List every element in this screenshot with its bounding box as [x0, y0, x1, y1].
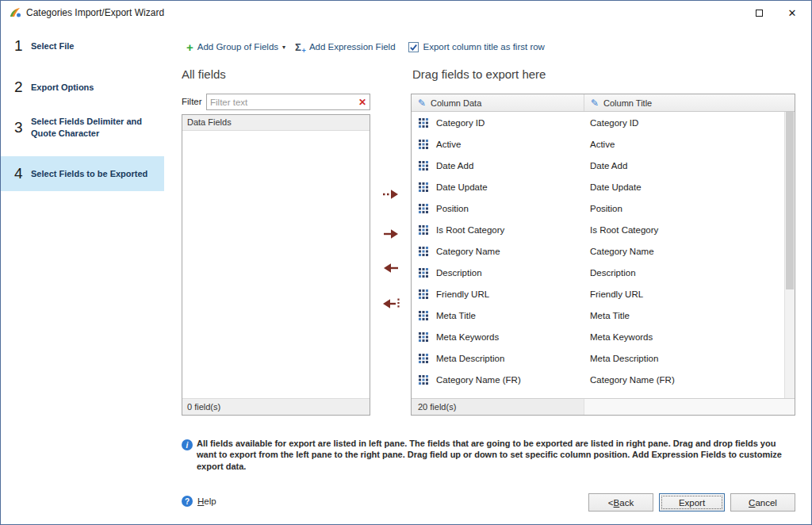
help-link[interactable]: ? Help — [182, 496, 216, 507]
help-label: Help — [197, 496, 216, 506]
move-all-left-button[interactable] — [379, 294, 403, 313]
field-title-cell: Date Add — [584, 161, 784, 171]
table-row[interactable]: Category Name Category Name — [412, 240, 784, 262]
field-icon — [419, 354, 421, 356]
table-row[interactable]: Meta Keywords Meta Keywords — [412, 326, 784, 347]
wizard-step-export-options[interactable]: 2 Export Options — [1, 74, 164, 101]
table-row[interactable]: Category ID Category ID — [412, 112, 784, 133]
field-icon — [419, 204, 421, 206]
field-icon — [419, 332, 421, 335]
move-right-button[interactable] — [379, 224, 403, 243]
table-row[interactable]: Meta Description Meta Description — [412, 347, 784, 369]
field-data-cell: Description — [436, 268, 482, 278]
all-fields-list: Data Fields 0 field(s) — [182, 114, 370, 416]
right-pane-count: 20 field(s) — [412, 399, 584, 415]
field-icon — [419, 268, 421, 270]
field-data-cell: Category Name (FR) — [436, 375, 521, 385]
wizard-step-delimiter[interactable]: 3 Select Fields Delimiter and Quote Char… — [1, 109, 164, 147]
field-data-cell: Category ID — [436, 118, 485, 128]
filter-label: Filter — [182, 94, 202, 110]
field-icon — [419, 225, 421, 228]
data-fields-group-header: Data Fields — [182, 115, 370, 131]
filter-input[interactable] — [207, 94, 355, 109]
maximize-icon — [756, 10, 763, 17]
move-all-right-button[interactable] — [379, 185, 403, 204]
grid-rows: Category ID Category ID Active Active Da… — [412, 112, 784, 398]
move-left-button[interactable] — [379, 259, 403, 278]
step-number: 2 — [14, 79, 25, 96]
grid-header: ✎ Column Data ✎ Column Title — [412, 94, 795, 112]
field-title-cell: Is Root Category — [584, 225, 784, 235]
table-row[interactable]: Friendly URL Friendly URL — [412, 283, 784, 305]
field-title-cell: Position — [584, 204, 784, 213]
field-data-cell: Meta Keywords — [436, 332, 499, 342]
field-data-cell: Category Name — [436, 247, 500, 256]
export-column-title-checkbox[interactable]: Export column title as first row — [408, 42, 545, 52]
back-button[interactable]: < Back — [588, 493, 653, 512]
step-label: Select File — [31, 40, 74, 52]
info-icon: i — [182, 439, 193, 450]
field-data-cell: Date Update — [436, 182, 488, 192]
close-icon: ✕ — [788, 7, 797, 19]
step-label: Select Fields Delimiter and Quote Charac… — [31, 116, 159, 140]
field-title-cell: Friendly URL — [584, 289, 784, 299]
clear-filter-icon[interactable]: ✕ — [355, 97, 370, 108]
vertical-scrollbar[interactable] — [784, 112, 795, 398]
field-icon — [419, 182, 421, 185]
field-data-cell: Is Root Category — [436, 225, 504, 235]
column-header-column-data[interactable]: ✎ Column Data — [412, 94, 584, 111]
add-group-of-fields-button[interactable]: + Add Group of Fields ▾ — [182, 39, 290, 56]
field-data-cell: Meta Description — [436, 354, 504, 363]
field-icon — [419, 375, 421, 377]
close-button[interactable]: ✕ — [778, 1, 806, 25]
table-row[interactable]: Is Root Category Is Root Category — [412, 219, 784, 240]
window-title: Categories Import/Export Wizard — [26, 7, 164, 18]
step-number: 4 — [14, 165, 25, 182]
field-title-cell: Meta Title — [584, 311, 784, 320]
pencil-icon: ✎ — [591, 98, 599, 109]
field-title-cell: Description — [584, 268, 784, 278]
step-label: Select Fields to be Exported — [31, 168, 147, 180]
field-title-cell: Active — [584, 140, 784, 149]
field-icon — [419, 161, 421, 163]
field-icon — [419, 289, 421, 292]
field-title-cell: Category ID — [584, 118, 784, 128]
field-data-cell: Active — [436, 140, 461, 149]
table-row[interactable]: Date Add Date Add — [412, 155, 784, 176]
maximize-button[interactable] — [745, 1, 773, 25]
add-expression-label: Add Expression Field — [309, 42, 396, 52]
drag-fields-heading: Drag fields to export here — [412, 67, 546, 81]
wizard-step-select-fields-active[interactable]: 4 Select Fields to be Exported — [1, 156, 164, 191]
table-row[interactable]: Date Update Date Update — [412, 176, 784, 197]
column-header-column-title[interactable]: ✎ Column Title — [584, 94, 795, 111]
field-icon — [419, 140, 421, 142]
checkbox-checked-icon — [408, 42, 419, 52]
add-expression-field-button[interactable]: Σ+ Add Expression Field — [290, 40, 400, 55]
add-group-label: Add Group of Fields — [197, 42, 278, 52]
field-icon — [419, 247, 421, 249]
step-number: 1 — [14, 37, 25, 55]
table-row[interactable]: Description Description — [412, 262, 784, 283]
field-title-cell: Category Name — [584, 247, 784, 256]
table-row[interactable]: Position Position — [412, 197, 784, 219]
wizard-step-select-file[interactable]: 1 Select File — [1, 33, 164, 59]
export-button[interactable]: Export — [659, 493, 725, 512]
help-icon: ? — [182, 496, 193, 507]
info-text: All fields available for export are list… — [197, 438, 798, 472]
scrollbar-thumb[interactable] — [786, 112, 794, 289]
sigma-plus-icon: Σ+ — [295, 42, 301, 52]
field-icon — [419, 118, 421, 121]
cancel-button[interactable]: Cancel — [730, 493, 795, 512]
checkbox-label: Export column title as first row — [423, 42, 545, 52]
field-data-cell: Position — [436, 204, 469, 213]
table-row[interactable]: Meta Title Meta Title — [412, 305, 784, 326]
table-row[interactable]: Active Active — [412, 133, 784, 155]
grid-footer: 20 field(s) — [412, 398, 795, 415]
toolbar: + Add Group of Fields ▾ Σ+ Add Expressio… — [182, 37, 545, 56]
wizard-window: { "window": { "title": "Categories Impor… — [0, 0, 812, 525]
field-data-cell: Date Add — [436, 161, 473, 171]
table-row[interactable]: Category Name (FR) Category Name (FR) — [412, 369, 784, 390]
left-pane-count: 0 field(s) — [182, 398, 370, 415]
field-icon — [419, 311, 421, 313]
step-label: Export Options — [31, 82, 94, 94]
